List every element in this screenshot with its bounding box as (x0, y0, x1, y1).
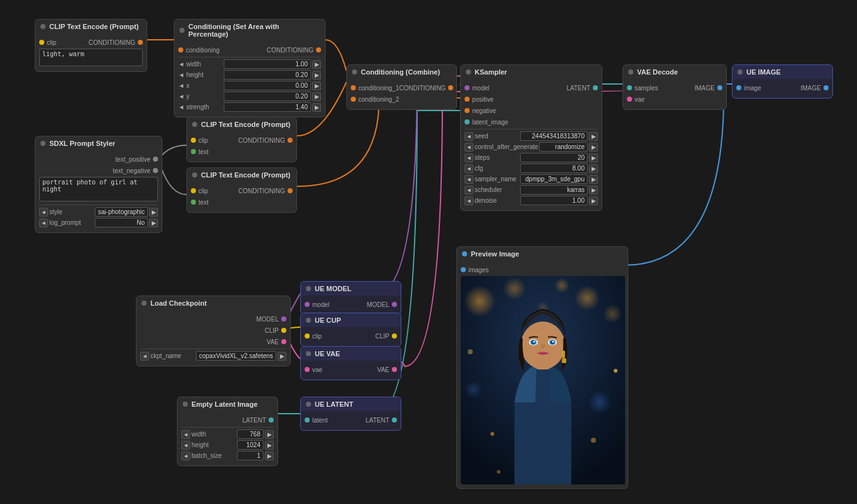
el-width-btn-right[interactable]: ▶ (265, 430, 274, 439)
scheduler-input[interactable] (520, 185, 588, 195)
cond3-output-label: CONDITIONING (238, 188, 285, 195)
svg-point-26 (497, 470, 501, 474)
clip-text-encode-title-3: CLIP Text Encode (Prompt) (201, 171, 290, 179)
clip-text-encode-title-2: CLIP Text Encode (Prompt) (201, 121, 290, 128)
node-status-dot-12 (306, 318, 311, 323)
log-btn-right[interactable]: ▶ (149, 219, 158, 227)
ctrl-input[interactable] (539, 142, 588, 152)
ue-clip-input-port (305, 333, 310, 339)
svg-point-8 (465, 381, 482, 399)
clip-text-encode-node-1: CLIP Text Encode (Prompt) clip CONDITION… (35, 19, 147, 72)
ue-vae-input-port (305, 367, 310, 372)
strength-btn-right[interactable]: ▶ (312, 103, 321, 112)
ckpt-btn-left[interactable]: ◄ (140, 352, 149, 361)
vae-output-port (281, 339, 286, 344)
latent-el-output-label: LATENT (242, 417, 266, 424)
ue-vae-header: UE VAE (301, 347, 401, 361)
strength-label: ◄ strength (178, 104, 222, 111)
clip-text-input-1[interactable]: light, warm (39, 49, 143, 66)
clip-text-encode-node-2: CLIP Text Encode (Prompt) clip CONDITION… (186, 117, 297, 162)
steps-btn-left[interactable]: ◄ (465, 153, 473, 162)
width-input[interactable] (224, 59, 311, 69)
el-batch-btn-left[interactable]: ◄ (181, 452, 190, 460)
el-height-btn-right[interactable]: ▶ (265, 441, 274, 450)
y-input[interactable] (224, 92, 311, 101)
denoise-btn-right[interactable]: ▶ (589, 196, 598, 205)
denoise-input[interactable] (520, 196, 588, 205)
strength-input[interactable] (224, 102, 311, 112)
latent-el-output-port (269, 417, 274, 423)
node-status-dot-13 (306, 351, 311, 356)
el-width-input[interactable] (237, 429, 264, 439)
el-batch-input[interactable] (237, 451, 264, 460)
style-btn-left[interactable]: ◄ (39, 208, 48, 217)
conditioning-combine-header: Conditioning (Combine) (347, 65, 456, 79)
el-height-label: height (191, 441, 236, 448)
sampler-btn-right[interactable]: ▶ (589, 175, 598, 184)
ue-image-header: UE IMAGE (732, 65, 832, 79)
negative-input-port (465, 108, 470, 113)
sampler-btn-left[interactable]: ◄ (465, 175, 473, 184)
seed-label: seed (475, 133, 519, 140)
el-width-btn-left[interactable]: ◄ (181, 430, 190, 439)
ue-latent-input-label: latent (312, 417, 327, 424)
clip3-input-label: clip (198, 188, 208, 195)
cond3-output-port (288, 188, 293, 193)
scheduler-btn-left[interactable]: ◄ (465, 186, 473, 195)
y-btn-right[interactable]: ▶ (312, 92, 321, 101)
height-input[interactable] (224, 70, 311, 80)
scheduler-btn-right[interactable]: ▶ (589, 186, 598, 195)
ue-latent-output-port (392, 417, 397, 423)
ue-latent-header: UE LATENT (301, 397, 401, 411)
node-status-dot-6 (40, 141, 46, 146)
x-btn-right[interactable]: ▶ (312, 81, 321, 90)
seed-btn-left[interactable]: ◄ (465, 132, 473, 141)
svg-point-22 (490, 432, 494, 436)
text-negative-port (153, 168, 158, 173)
cond2-input-port (351, 97, 356, 102)
cfg-input[interactable] (520, 164, 588, 173)
svg-point-24 (614, 369, 617, 373)
ctrl-btn-left[interactable]: ◄ (465, 143, 473, 152)
style-label: style (49, 208, 94, 215)
conditioning-set-area-header: Conditioning (Set Area with Percentage) (174, 20, 325, 41)
cfg-btn-right[interactable]: ▶ (589, 164, 598, 173)
ckpt-input[interactable] (196, 351, 276, 361)
log-prompt-input[interactable] (95, 218, 148, 227)
height-btn-right[interactable]: ▶ (312, 71, 321, 80)
svg-point-2 (503, 277, 526, 300)
log-btn-left[interactable]: ◄ (39, 219, 48, 227)
cfg-btn-left[interactable]: ◄ (465, 164, 473, 173)
seed-input[interactable] (520, 131, 588, 141)
denoise-btn-left[interactable]: ◄ (465, 196, 473, 205)
sampler-input[interactable] (520, 174, 588, 184)
style-btn-right[interactable]: ▶ (149, 208, 158, 217)
conditioning-output-port (138, 40, 143, 45)
ue-vae-node: UE VAE vae VAE (300, 346, 401, 380)
width-btn-right[interactable]: ▶ (312, 60, 321, 69)
style-input[interactable] (95, 207, 148, 217)
seed-btn-right[interactable]: ▶ (589, 132, 598, 141)
el-height-input[interactable] (237, 440, 264, 450)
sdxl-text-input[interactable]: portrait photo of girl at night (39, 177, 158, 201)
preview-svg (461, 276, 625, 484)
load-checkpoint-node: Load Checkpoint MODEL CLIP VAE (136, 296, 291, 366)
text2-input-port (191, 149, 196, 154)
el-batch-btn-right[interactable]: ▶ (265, 452, 274, 460)
ctrl-btn-right[interactable]: ▶ (589, 143, 598, 152)
cond-combine-output-label: CONDITIONING (399, 85, 446, 92)
ctrl-label: control_after_generate (475, 143, 538, 150)
ckpt-btn-right[interactable]: ▶ (277, 352, 286, 361)
load-checkpoint-title: Load Checkpoint (150, 299, 207, 307)
vae-decode-title: VAE Decode (637, 68, 678, 76)
x-input[interactable] (224, 81, 311, 90)
cond1-input-port (351, 85, 356, 90)
positive-input-label: positive (472, 96, 494, 103)
svg-point-7 (588, 391, 611, 414)
log-prompt-label: log_prompt (49, 219, 94, 226)
steps-btn-right[interactable]: ▶ (589, 153, 598, 162)
cond-combine-output-port (448, 85, 453, 90)
svg-point-19 (552, 341, 554, 343)
el-height-btn-left[interactable]: ◄ (181, 441, 190, 450)
steps-input[interactable] (520, 153, 588, 162)
